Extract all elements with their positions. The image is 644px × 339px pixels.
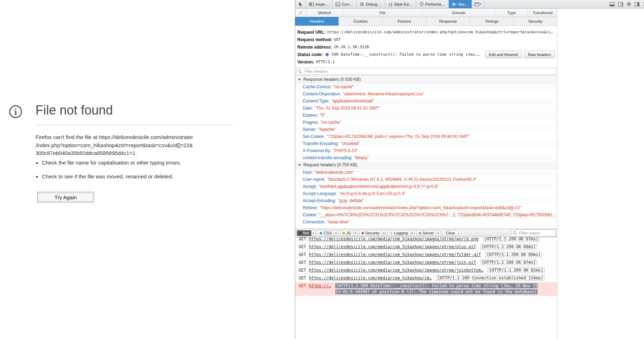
console-request-url[interactable]: https://delicesdesicile.com/media/com_hi…	[309, 237, 479, 242]
console-request-url[interactable]: https://…	[309, 283, 331, 289]
raw-headers-button[interactable]: Raw headers	[524, 51, 555, 58]
filter-dropdown-caret[interactable]	[353, 230, 357, 236]
responsive-design-icon[interactable]	[618, 2, 623, 6]
detail-tab[interactable]: Timings	[470, 17, 514, 26]
filter-headers-input[interactable]	[296, 68, 556, 75]
inspector-icon	[309, 2, 314, 6]
detail-tab[interactable]: Params	[382, 17, 426, 26]
request-headers-section-header[interactable]: Request headers (0.753 KB)	[295, 161, 557, 169]
dock-side-icon[interactable]	[635, 2, 639, 6]
tab-inspector[interactable]: Inspe…	[306, 0, 332, 8]
title-divider	[35, 125, 233, 125]
header-name: Host	[303, 170, 313, 175]
header-row: Referer "https://delicesdesicile.com/adm…	[295, 204, 557, 211]
console-request-url[interactable]: https://delicesdesicile.com/media/com_hi…	[309, 252, 481, 258]
header-name: User-Agent	[303, 177, 325, 182]
collapse-triangle-icon	[298, 164, 301, 166]
tab-style-editor[interactable]: {} Style Ed…	[385, 0, 416, 8]
network-column-header[interactable]: Domain	[423, 9, 495, 17]
console-filter-group: Server	[416, 230, 440, 236]
console-log-line: GET https://delicesdesicile.com/media/co…	[295, 237, 557, 243]
filter-dropdown-caret[interactable]	[410, 230, 414, 236]
try-again-button[interactable]: Try Again	[37, 192, 94, 202]
header-row: Pragma "no-cache"	[295, 119, 557, 126]
summary-request-url: Request URL: https://delicesdesicile.com…	[297, 28, 555, 36]
console-request-url[interactable]: https://delicesdesicile.com/media/com_hi…	[309, 244, 476, 250]
header-value: "Thu, 01 Sep 2016 08:41:32 GMT"	[315, 106, 380, 111]
console-filter-group: Logging	[387, 230, 414, 236]
filter-label: Server	[423, 231, 434, 235]
header-name: Connection	[303, 219, 325, 224]
console-panel: Net CSS	[295, 229, 557, 339]
network-detail-pane: HeadersCookiesParamsResponseTimingsSecur…	[295, 17, 557, 339]
console-filter-button[interactable]: JS	[340, 230, 353, 236]
header-row: Content-Disposition "attachment; filenam…	[295, 90, 557, 98]
network-column-header[interactable]: Method	[307, 9, 343, 17]
console-filter-button[interactable]: CSS	[318, 230, 334, 236]
console-filter-button[interactable]: Server	[417, 230, 436, 236]
split-console-icon[interactable]	[610, 2, 615, 6]
console-filter-input[interactable]	[511, 229, 556, 237]
console-filter-button[interactable]: Security	[359, 230, 382, 236]
console-filter-box	[511, 229, 556, 237]
console-clear-button[interactable]: Clear	[442, 230, 458, 236]
toolbar-right-icons	[610, 0, 644, 8]
header-row: Expires "0"	[295, 112, 557, 119]
settings-gear-icon[interactable]	[627, 2, 631, 6]
edit-and-resend-button[interactable]: Edit and Resend	[485, 51, 522, 58]
header-row: Host "delicesdesicile.com"	[295, 169, 557, 176]
network-column-header[interactable]: Type	[495, 9, 528, 17]
request-summary: Request URL: https://delicesdesicile.com…	[295, 26, 557, 67]
header-row: Date "Thu, 01 Sep 2016 08:41:32 GMT"	[295, 105, 557, 112]
console-request-url[interactable]: https://delicesdesicile.com/media/com_hi…	[309, 275, 432, 281]
header-row: X-Powered-By "PHP/5.6.23"	[295, 147, 557, 154]
detail-tab[interactable]: Security	[514, 17, 557, 26]
tab-debugger[interactable]: Debug…	[357, 0, 385, 8]
response-headers-title: Response headers (0.530 KB)	[303, 77, 360, 82]
filter-color-dot	[362, 232, 364, 234]
console-request-url[interactable]: https://delicesdesicile.com/media/com_hi…	[309, 260, 476, 266]
filter-dropdown-caret[interactable]	[436, 230, 440, 236]
network-column-header[interactable]: ✓	[295, 9, 307, 17]
detail-tab[interactable]: Response	[426, 17, 470, 26]
request-method-value: GET	[334, 37, 341, 42]
element-picker-button[interactable]	[295, 0, 306, 8]
header-value: "keep-alive"	[327, 219, 349, 224]
console-status-badge: [HTTP/1.1 200 OK 67ms]	[483, 237, 540, 242]
network-column-header[interactable]: File	[343, 9, 423, 17]
header-value: "binary"	[354, 155, 369, 160]
request-url-label: Request URL:	[297, 30, 325, 35]
tab-performance[interactable]: Performa…	[416, 0, 449, 8]
header-name: Server	[303, 127, 317, 132]
header-name: Cookie	[303, 212, 317, 217]
network-column-header[interactable]: Transferred	[528, 9, 557, 17]
detail-tab[interactable]: Cookies	[339, 17, 382, 26]
frame-selector-button[interactable]	[472, 0, 484, 8]
console-filter-button[interactable]: Net	[297, 230, 311, 236]
header-row: Connection "keep-alive"	[295, 218, 557, 226]
network-icon	[452, 2, 457, 6]
style-editor-icon: {}	[388, 2, 392, 6]
console-status-badge: [HTTP/1.1 200 OK 88ms]	[480, 244, 537, 250]
tab-console[interactable]: Con…	[332, 0, 357, 8]
filter-color-dot	[320, 232, 322, 234]
header-name: X-Powered-By	[303, 148, 331, 153]
header-value: "text/html,application/xhtml+xml,applica…	[319, 184, 439, 189]
filter-dropdown-caret[interactable]	[334, 230, 338, 236]
header-value: "en,fr;q=0.8,de;q=0.5,en-US;q=0.3"	[339, 191, 406, 196]
console-filter-button[interactable]: Logging	[388, 230, 410, 236]
tab-network[interactable]: Net…	[449, 0, 472, 8]
console-request-url[interactable]: https://delicesdesicile.com/media/com_hi…	[309, 267, 484, 273]
request-url-value: https://delicesdesicile.com/administrato…	[327, 30, 553, 34]
filter-label: JS	[346, 231, 351, 235]
filter-dropdown-caret[interactable]	[381, 230, 385, 236]
filter-dropdown-caret[interactable]	[311, 230, 315, 236]
header-name: Transfer-Encoding	[303, 141, 339, 146]
console-method: GET	[299, 260, 306, 266]
status-code-label: Status code:	[297, 52, 323, 57]
console-filter-group: Security	[359, 230, 386, 236]
detail-tab[interactable]: Headers	[295, 17, 339, 26]
filter-color-dot	[419, 232, 421, 234]
response-headers-section-header[interactable]: Response headers (0.530 KB)	[295, 76, 557, 83]
header-value: "Mozilla/5.0 (Windows NT 6.1; WOW64; rv:…	[327, 177, 477, 182]
